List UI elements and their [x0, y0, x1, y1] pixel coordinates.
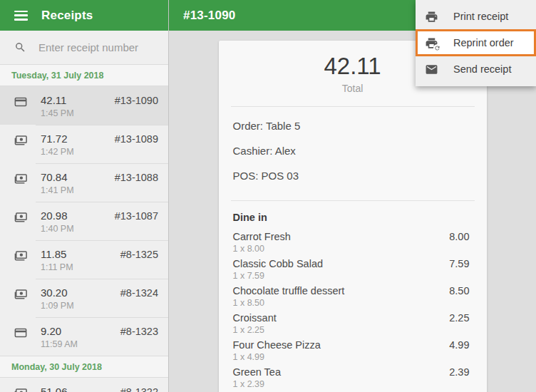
- menu-item-send-receipt[interactable]: Send receipt: [416, 56, 536, 82]
- menu-item-label: Print receipt: [453, 11, 508, 22]
- sidebar-header: Receipts: [0, 0, 168, 31]
- line-item: Croissant 1 x 2.25 2.25: [233, 312, 470, 339]
- line-item: Chocolate truffle dessert 1 x 8.50 8.50: [233, 285, 470, 312]
- line-item: Classic Cobb Salad 1 x 7.59 7.59: [233, 258, 470, 285]
- item-name: Green Tea: [233, 366, 281, 378]
- receipt-list-item[interactable]: 51.06 #8-1322: [0, 378, 168, 392]
- receipt-list-item[interactable]: 70.84 1:41 PM #13-1088: [0, 163, 168, 202]
- receipt-search-bar: [0, 31, 168, 64]
- date-group-header: Monday, 30 July 2018: [0, 356, 168, 378]
- receipt-number: #13-1087: [115, 210, 168, 222]
- receipt-list-item[interactable]: 11.85 1:11 PM #8-1325: [0, 240, 168, 279]
- cashier-info: Cashier: Alex: [233, 138, 470, 163]
- payment-icon: [14, 326, 27, 339]
- payment-icon: [14, 172, 27, 185]
- payment-icon: [14, 387, 27, 392]
- cash-icon: [14, 134, 27, 147]
- receipt-amount: 11.85: [41, 249, 73, 260]
- item-name: Classic Cobb Salad: [233, 258, 324, 269]
- menu-item-label: Reprint order: [453, 37, 514, 48]
- receipt-time: 1:09 PM: [41, 301, 74, 311]
- receipts-app: Receipts Tuesday, 31 July 2018 42.11 1:4…: [0, 0, 536, 392]
- receipts-sidebar: Receipts Tuesday, 31 July 2018 42.11 1:4…: [0, 0, 169, 392]
- hamburger-menu-icon[interactable]: [14, 11, 28, 21]
- receipt-list-item[interactable]: 9.20 11:59 AM #8-1323: [0, 317, 168, 356]
- receipt-list-item[interactable]: 20.98 1:40 PM #13-1087: [0, 202, 168, 240]
- item-name: Four Cheese Pizza: [233, 339, 321, 351]
- credit-card-icon: [14, 96, 27, 108]
- item-price: 2.25: [449, 312, 469, 324]
- print-icon: [425, 10, 438, 24]
- item-qty: 1 x 7.59: [233, 272, 324, 281]
- menu-item-label: Send receipt: [453, 63, 511, 75]
- receipt-amount: 42.11: [41, 95, 74, 106]
- item-name: Chocolate truffle dessert: [233, 285, 345, 296]
- payment-icon: [14, 249, 27, 262]
- receipt-number: #8-1323: [120, 326, 168, 337]
- receipt-amount: 70.84: [41, 172, 74, 183]
- item-qty: 1 x 8.50: [233, 299, 345, 308]
- receipt-list-item[interactable]: 71.72 1:42 PM #13-1089: [0, 125, 168, 163]
- item-qty: 1 x 2.25: [233, 326, 277, 335]
- receipt-amount: 51.06: [41, 386, 68, 392]
- receipt-list: 42.11 1:45 PM #13-1090 71.72 1:42 PM #13…: [0, 86, 168, 356]
- receipt-amount: 9.20: [41, 326, 78, 337]
- reprint-order-icon: [425, 36, 438, 50]
- cash-icon: [14, 249, 27, 262]
- credit-card-icon: [14, 326, 27, 339]
- cash-icon: [14, 172, 27, 185]
- payment-icon: [14, 134, 27, 147]
- receipt-time: 1:45 PM: [41, 109, 74, 118]
- sidebar-title: Receipts: [41, 9, 93, 23]
- search-input[interactable]: [38, 41, 153, 53]
- receipt-number: #8-1324: [120, 287, 168, 299]
- refresh-icon: [433, 44, 441, 52]
- item-price: 4.99: [449, 339, 469, 351]
- receipt-list-item[interactable]: 30.20 1:09 PM #8-1324: [0, 279, 168, 317]
- receipt-number: #13-1090: [115, 95, 168, 106]
- receipt-time: 11:59 AM: [41, 340, 78, 349]
- receipt-time: 1:41 PM: [41, 186, 74, 195]
- item-price: 8.00: [449, 231, 469, 242]
- order-type-label: Dine in: [219, 201, 487, 223]
- receipt-number: #8-1325: [120, 249, 168, 260]
- payment-icon: [14, 211, 27, 224]
- cash-icon: [14, 387, 27, 392]
- payment-icon: [14, 288, 27, 301]
- receipt-number: #13-1089: [115, 133, 168, 145]
- receipt-meta: Order: Table 5 Cashier: Alex POS: POS 03: [219, 107, 487, 188]
- receipt-number: #8-1322: [120, 386, 168, 392]
- receipt-list-item[interactable]: 42.11 1:45 PM #13-1090: [0, 86, 168, 125]
- line-item: Four Cheese Pizza 1 x 4.99 4.99: [233, 339, 470, 366]
- receipt-time: 1:42 PM: [41, 148, 74, 157]
- line-items: Carrot Fresh 1 x 8.00 8.00 Classic Cobb …: [219, 223, 487, 392]
- item-name: Carrot Fresh: [233, 231, 291, 242]
- date-group-header: Tuesday, 31 July 2018: [0, 64, 168, 86]
- cash-icon: [14, 288, 27, 301]
- receipt-actions-menu: Print receipt Reprint order Send receipt: [416, 0, 536, 86]
- date-label: Monday, 30 July 2018: [11, 362, 102, 372]
- order-info: Order: Table 5: [233, 113, 470, 138]
- line-item: Green Tea 1 x 2.39 2.39: [233, 366, 470, 392]
- item-price: 2.39: [449, 366, 469, 378]
- menu-item-reprint-order[interactable]: Reprint order: [416, 29, 536, 56]
- email-icon: [425, 63, 438, 76]
- item-name: Croissant: [233, 312, 277, 324]
- date-label: Tuesday, 31 July 2018: [11, 71, 103, 81]
- menu-item-print-receipt[interactable]: Print receipt: [416, 4, 536, 29]
- item-qty: 1 x 2.39: [233, 380, 281, 389]
- receipt-detail-card: 42.11 Total Order: Table 5 Cashier: Alex…: [219, 41, 487, 392]
- receipt-amount: 71.72: [41, 133, 74, 145]
- receipt-number: #13-1088: [115, 172, 168, 183]
- line-item: Carrot Fresh 1 x 8.00 8.00: [233, 231, 470, 258]
- item-price: 8.50: [449, 285, 469, 296]
- receipt-time: 1:11 PM: [41, 263, 73, 272]
- payment-icon: [14, 96, 27, 108]
- item-qty: 1 x 4.99: [233, 353, 321, 362]
- search-icon: [14, 41, 26, 53]
- item-price: 7.59: [449, 258, 469, 269]
- receipt-list: 51.06 #8-1322: [0, 378, 168, 392]
- pos-info: POS: POS 03: [233, 163, 470, 188]
- page-title: #13-1090: [183, 9, 235, 23]
- receipt-amount: 20.98: [41, 210, 74, 222]
